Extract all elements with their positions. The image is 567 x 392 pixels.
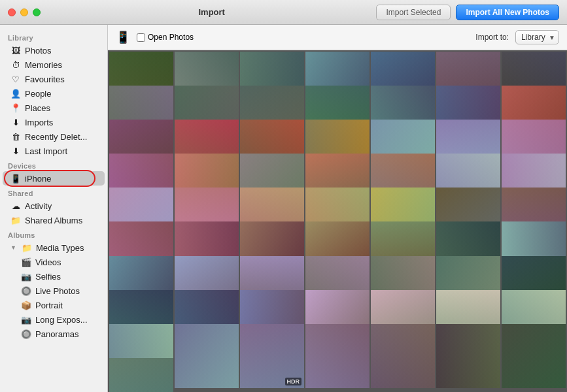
sidebar-item-label: Recently Delet... xyxy=(25,132,87,142)
sidebar-item-label: Live Photos xyxy=(35,286,80,296)
sidebar-item-label: Selfies xyxy=(35,272,61,282)
maximize-button[interactable] xyxy=(33,8,41,16)
sidebar-item-places[interactable]: 📍 Places xyxy=(3,101,105,115)
window-title: Import xyxy=(47,7,376,17)
sidebar-item-last-import[interactable]: ⬇ Last Import xyxy=(3,144,105,158)
panoramas-icon: 🔘 xyxy=(21,329,31,339)
sidebar-item-label: Media Types xyxy=(36,243,84,253)
open-photos-checkbox[interactable] xyxy=(137,33,145,42)
sidebar-item-label: iPhone xyxy=(25,174,51,184)
photo-grid: HDRHDRHDRHDRHDRHDRHDRHDRHDRHDRHDRHDRHDRH… xyxy=(108,50,567,392)
sidebar-item-label: Videos xyxy=(35,257,61,267)
photo-cell[interactable] xyxy=(305,324,369,388)
videos-icon: 🎬 xyxy=(21,257,31,267)
sidebar-item-memories[interactable]: ⏱ Memories xyxy=(3,57,105,72)
photo-cell[interactable] xyxy=(109,358,173,392)
sidebar-item-long-exposure[interactable]: 📷 Long Expos... xyxy=(3,312,105,327)
photo-cell[interactable] xyxy=(175,324,239,388)
content-area: 📱 Open Photos Import to: Library Album ▼… xyxy=(108,25,567,392)
sidebar-item-people[interactable]: 👤 People xyxy=(3,86,105,101)
main-area: Library 🖼 Photos ⏱ Memories ♡ Favourites… xyxy=(0,25,567,392)
close-button[interactable] xyxy=(8,8,16,16)
imports-icon: ⬇ xyxy=(10,117,21,127)
activity-icon: ☁ xyxy=(10,201,21,211)
iphone-icon: 📱 xyxy=(10,173,21,184)
sidebar-item-label: Portrait xyxy=(35,301,63,310)
sidebar: Library 🖼 Photos ⏱ Memories ♡ Favourites… xyxy=(0,25,108,392)
sidebar-item-label: Favourites xyxy=(25,74,65,84)
sidebar-item-iphone[interactable]: 📱 iPhone xyxy=(3,171,105,186)
albums-section-label: Albums xyxy=(0,227,107,240)
expand-arrow-icon: ▼ xyxy=(10,244,16,251)
shared-section-label: Shared xyxy=(0,186,107,199)
selfies-icon: 📷 xyxy=(21,271,31,282)
memories-icon: ⏱ xyxy=(10,59,21,70)
sidebar-item-label: Imports xyxy=(25,118,53,127)
portrait-icon: 📦 xyxy=(21,300,31,310)
sidebar-item-panoramas[interactable]: 🔘 Panoramas xyxy=(3,327,105,341)
devices-section-label: Devices xyxy=(0,158,107,171)
sidebar-item-recently-deleted[interactable]: 🗑 Recently Delet... xyxy=(3,129,105,144)
people-icon: 👤 xyxy=(10,88,21,99)
live-photos-icon: 🔘 xyxy=(21,286,31,296)
sidebar-item-imports[interactable]: ⬇ Imports xyxy=(3,115,105,129)
photo-cell[interactable]: HDR xyxy=(240,324,304,388)
open-photos-label[interactable]: Open Photos xyxy=(137,33,194,42)
media-types-icon: 📁 xyxy=(22,242,32,253)
sidebar-item-label: People xyxy=(25,89,51,99)
import-bar: 📱 Open Photos Import to: Library Album ▼ xyxy=(108,25,567,50)
sidebar-item-label: Activity xyxy=(25,201,52,211)
long-exposure-icon: 📷 xyxy=(21,314,31,325)
sidebar-item-shared-albums[interactable]: 📁 Shared Albums xyxy=(3,213,105,227)
photo-cell[interactable] xyxy=(502,324,566,388)
sidebar-item-portrait[interactable]: 📦 Portrait xyxy=(3,298,105,312)
sidebar-item-live-photos[interactable]: 🔘 Live Photos xyxy=(3,284,105,298)
minimize-button[interactable] xyxy=(20,8,28,16)
shared-albums-icon: 📁 xyxy=(10,215,21,225)
photo-cell[interactable] xyxy=(371,324,435,388)
favourites-icon: ♡ xyxy=(10,74,21,84)
toolbar-buttons: Import Selected Import All New Photos xyxy=(376,5,559,20)
hdr-badge: HDR xyxy=(285,378,302,385)
sidebar-item-label: Memories xyxy=(25,60,62,70)
sidebar-item-favourites[interactable]: ♡ Favourites xyxy=(3,72,105,86)
sidebar-item-label: Shared Albums xyxy=(25,216,82,225)
sidebar-item-photos[interactable]: 🖼 Photos xyxy=(3,43,105,57)
last-import-icon: ⬇ xyxy=(10,146,21,156)
traffic-lights xyxy=(8,8,41,16)
import-to-select[interactable]: Library Album xyxy=(515,30,559,44)
titlebar: Import Import Selected Import All New Ph… xyxy=(0,0,567,25)
import-to-select-wrapper[interactable]: Library Album ▼ xyxy=(515,30,559,44)
sidebar-item-label: Last Import xyxy=(25,146,67,156)
sidebar-item-label: Panoramas xyxy=(35,329,78,339)
import-selected-button[interactable]: Import Selected xyxy=(376,5,451,20)
photos-icon: 🖼 xyxy=(10,45,21,56)
places-icon: 📍 xyxy=(10,103,21,113)
sidebar-item-activity[interactable]: ☁ Activity xyxy=(3,199,105,213)
recently-deleted-icon: 🗑 xyxy=(10,131,21,142)
library-section-label: Library xyxy=(0,30,107,43)
photo-cell[interactable] xyxy=(436,324,500,388)
import-all-button[interactable]: Import All New Photos xyxy=(456,5,559,20)
sidebar-item-label: Photos xyxy=(25,46,51,56)
sidebar-item-videos[interactable]: 🎬 Videos xyxy=(3,255,105,269)
sidebar-item-media-types[interactable]: ▼ 📁 Media Types xyxy=(3,240,105,255)
open-photos-text: Open Photos xyxy=(148,33,194,42)
sidebar-item-label: Places xyxy=(25,103,50,113)
device-phone-icon: 📱 xyxy=(116,30,130,44)
sidebar-item-label: Long Expos... xyxy=(35,315,88,325)
sidebar-item-selfies[interactable]: 📷 Selfies xyxy=(3,269,105,284)
import-to-label: Import to: xyxy=(475,33,509,42)
